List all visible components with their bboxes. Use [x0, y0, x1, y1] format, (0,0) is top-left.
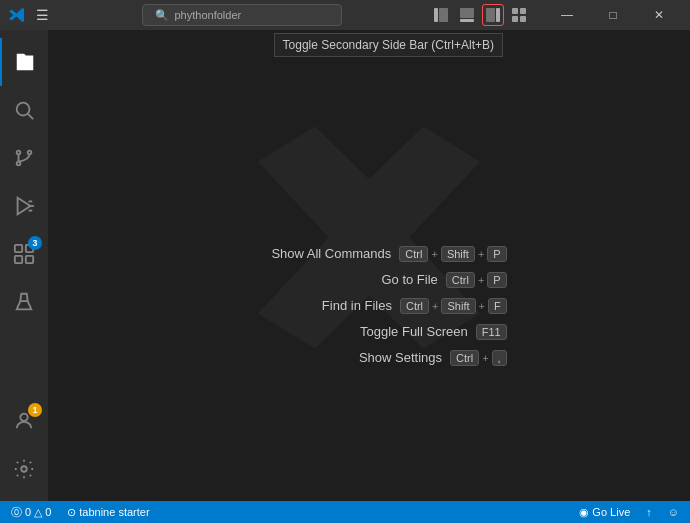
- activity-item-search[interactable]: [0, 86, 48, 134]
- accounts-badge: 1: [28, 403, 42, 417]
- key: Ctrl: [450, 350, 479, 366]
- key-sep: +: [479, 300, 485, 312]
- main-layout: 3 1: [0, 30, 690, 501]
- feedback-icon: ☺: [668, 506, 679, 518]
- menu-icon[interactable]: ☰: [32, 5, 53, 25]
- warning-count: 0: [45, 506, 51, 518]
- key-sep: +: [482, 352, 488, 364]
- key-sep: +: [478, 248, 484, 260]
- svg-rect-0: [434, 8, 438, 22]
- tabnine-icon: ⊙: [67, 506, 76, 519]
- layout-icon[interactable]: [508, 4, 530, 26]
- status-errors[interactable]: ⓪ 0 △ 0: [8, 501, 54, 523]
- shortcut-keys: F11: [476, 324, 507, 340]
- toolbar-icons: Toggle Secondary Side Bar (Ctrl+Alt+B): [430, 4, 530, 26]
- shortcuts-container: Show All Commands Ctrl + Shift + P Go to…: [231, 246, 506, 366]
- svg-rect-8: [512, 16, 518, 22]
- shortcut-label: Go to File: [278, 272, 438, 287]
- error-count: 0: [25, 506, 31, 518]
- maximize-button[interactable]: □: [590, 0, 636, 30]
- activity-item-source-control[interactable]: [0, 134, 48, 182]
- activity-item-extensions[interactable]: 3: [0, 230, 48, 278]
- svg-rect-22: [15, 256, 22, 263]
- shortcut-keys: Ctrl + Shift + F: [400, 298, 507, 314]
- close-button[interactable]: ✕: [636, 0, 682, 30]
- svg-rect-20: [15, 245, 22, 252]
- golive-icon: ◉: [579, 506, 589, 519]
- content-area: Show All Commands Ctrl + Shift + P Go to…: [48, 30, 690, 501]
- shortcut-keys: Ctrl + ,: [450, 350, 507, 366]
- activity-bar: 3 1: [0, 30, 48, 501]
- shortcut-label: Toggle Full Screen: [308, 324, 468, 339]
- activity-item-explorer[interactable]: [0, 38, 48, 86]
- golive-text: Go Live: [592, 506, 630, 518]
- key: F: [488, 298, 507, 314]
- svg-point-12: [17, 151, 21, 155]
- minimize-button[interactable]: —: [544, 0, 590, 30]
- shortcut-row-show-all-commands: Show All Commands Ctrl + Shift + P: [231, 246, 506, 262]
- title-bar: ☰ 🔍 phythonfolder: [0, 0, 690, 30]
- key: Shift: [441, 246, 475, 262]
- shortcut-keys: Ctrl + Shift + P: [399, 246, 506, 262]
- key: Ctrl: [446, 272, 475, 288]
- key: P: [487, 246, 506, 262]
- key-sep: +: [431, 248, 437, 260]
- activity-item-settings[interactable]: [0, 445, 48, 493]
- svg-marker-16: [18, 198, 31, 215]
- shortcut-row-find-in-files: Find in Files Ctrl + Shift + F: [232, 298, 507, 314]
- svg-rect-1: [439, 8, 448, 22]
- search-bar[interactable]: 🔍 phythonfolder: [142, 4, 342, 26]
- key: P: [487, 272, 506, 288]
- shortcut-row-toggle-full-screen: Toggle Full Screen F11: [308, 324, 507, 340]
- shortcut-label: Show Settings: [282, 350, 442, 365]
- status-tabnine[interactable]: ⊙ tabnine starter: [64, 501, 152, 523]
- svg-point-10: [17, 103, 30, 116]
- shortcut-label: Find in Files: [232, 298, 392, 313]
- key-sep: +: [432, 300, 438, 312]
- key: Ctrl: [399, 246, 428, 262]
- toggle-panel-icon[interactable]: [456, 4, 478, 26]
- search-text: phythonfolder: [175, 9, 242, 21]
- key-sep: +: [478, 274, 484, 286]
- toggle-secondary-sidebar-icon[interactable]: Toggle Secondary Side Bar (Ctrl+Alt+B): [482, 4, 504, 26]
- status-left: ⓪ 0 △ 0 ⊙ tabnine starter: [8, 501, 153, 523]
- key: F11: [476, 324, 507, 340]
- svg-point-24: [20, 414, 27, 421]
- warning-icon: △: [34, 506, 42, 519]
- activity-item-test[interactable]: [0, 278, 48, 326]
- activity-item-accounts[interactable]: 1: [0, 397, 48, 445]
- error-icon: ⓪: [11, 505, 22, 520]
- svg-rect-4: [486, 8, 495, 22]
- status-sync[interactable]: ↑: [643, 501, 655, 523]
- key: ,: [492, 350, 507, 366]
- status-right: ◉ Go Live ↑ ☺: [576, 501, 682, 523]
- key: Ctrl: [400, 298, 429, 314]
- svg-point-13: [28, 151, 32, 155]
- svg-rect-5: [496, 8, 500, 22]
- svg-rect-3: [460, 19, 474, 22]
- status-feedback[interactable]: ☺: [665, 501, 682, 523]
- extensions-badge: 3: [28, 236, 42, 250]
- status-golive[interactable]: ◉ Go Live: [576, 501, 633, 523]
- svg-rect-9: [520, 16, 526, 22]
- title-bar-right: Toggle Secondary Side Bar (Ctrl+Alt+B) —…: [430, 0, 682, 30]
- svg-rect-23: [26, 256, 33, 263]
- tabnine-text: tabnine starter: [79, 506, 149, 518]
- title-bar-center: 🔍 phythonfolder: [53, 4, 430, 26]
- window-controls: — □ ✕: [544, 0, 682, 30]
- svg-rect-6: [512, 8, 518, 14]
- shortcut-keys: Ctrl + P: [446, 272, 507, 288]
- shortcut-row-go-to-file: Go to File Ctrl + P: [278, 272, 507, 288]
- svg-line-11: [28, 114, 33, 119]
- shortcut-row-show-settings: Show Settings Ctrl + ,: [282, 350, 507, 366]
- vscode-logo-icon: [8, 7, 24, 23]
- key: Shift: [441, 298, 475, 314]
- title-bar-left: ☰: [8, 5, 53, 25]
- shortcut-label: Show All Commands: [231, 246, 391, 261]
- svg-rect-2: [460, 8, 474, 18]
- sync-icon: ↑: [646, 506, 652, 518]
- activity-item-run[interactable]: [0, 182, 48, 230]
- toggle-primary-sidebar-icon[interactable]: [430, 4, 452, 26]
- svg-point-25: [21, 466, 27, 472]
- svg-rect-7: [520, 8, 526, 14]
